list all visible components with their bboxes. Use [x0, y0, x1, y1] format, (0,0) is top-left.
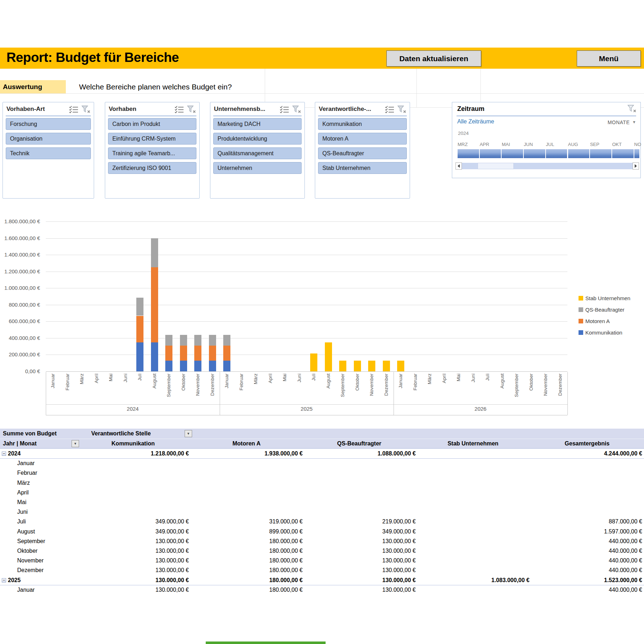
- slicer-item-produktentwicklung[interactable]: Produktentwicklung: [213, 133, 302, 145]
- pivot-row-label: November: [17, 556, 44, 565]
- multiselect-icon[interactable]: [69, 105, 79, 114]
- slicer-item-stab-unternehmen[interactable]: Stab Unternehmen: [318, 162, 407, 174]
- slicer-item-forschung[interactable]: Forschung: [6, 118, 91, 130]
- x-axis-month-label: Juli: [137, 374, 143, 404]
- pivot-row-mai: Mai: [0, 497, 644, 507]
- timeline-title: Zeitraum: [457, 105, 484, 113]
- pivot-table: Summe von Budget Verantwortliche Stelle …: [0, 429, 644, 597]
- clear-filter-icon[interactable]: [627, 104, 637, 113]
- pivot-value-cell: 219.000,00 €: [330, 517, 416, 526]
- pivot-row-label: Juli: [17, 517, 26, 526]
- timeline-selection-bar[interactable]: [458, 149, 639, 158]
- column-field-filter-dropdown[interactable]: ▼: [185, 430, 192, 437]
- chart-gridline: [46, 288, 567, 288]
- pivot-value-cell: 130.000,00 €: [103, 556, 189, 565]
- slicer-title: Unternehmensb...: [214, 106, 265, 113]
- pivot-value-cell: 899.000,00 €: [217, 527, 303, 536]
- pivot-column-header-motoren-a: Motoren A: [189, 439, 304, 449]
- timeline-month-apr: APR: [480, 142, 494, 147]
- y-axis-tick-label: 0,00 €: [0, 368, 40, 375]
- chart-gridline: [46, 338, 567, 338]
- timeline-month-sep: SEP: [590, 142, 604, 147]
- slicer-item-qs-beauftragter[interactable]: QS-Beauftragter: [318, 147, 407, 159]
- pivot-value-cell: 180.000,00 €: [217, 585, 303, 595]
- legend-swatch-qs-beauftragter: [579, 307, 583, 312]
- bar-segment-kommunikation: [151, 342, 158, 371]
- bar-segment-kommunikation: [165, 361, 172, 371]
- pivot-value-cell: 130.000,00 €: [330, 565, 416, 575]
- pivot-row-label: März: [17, 478, 30, 488]
- slicer-item-kommunikation[interactable]: Kommunikation: [318, 118, 407, 130]
- slicer-item-carbon-im-produkt[interactable]: Carbon im Produkt: [108, 118, 196, 130]
- clear-filter-icon[interactable]: [397, 105, 407, 114]
- x-axis-month-label: Dezember: [384, 374, 389, 404]
- chart-gridline: [46, 255, 567, 255]
- bar-segment-kommunikation: [223, 361, 230, 371]
- x-axis-month-label: Dezember: [557, 374, 563, 404]
- timeline-month-jun: JUN: [524, 142, 538, 147]
- left-triangle-icon: [458, 164, 460, 168]
- chart-gridline: [46, 272, 567, 272]
- slicer-item-marketing-dach[interactable]: Marketing DACH: [213, 118, 302, 130]
- timeline-selected-segment[interactable]: [524, 149, 545, 158]
- timeline-selected-segment[interactable]: [546, 149, 567, 158]
- x-axis-month-label: August: [152, 374, 157, 404]
- pivot-row-label: Oktober: [17, 546, 38, 556]
- clear-filter-icon[interactable]: [292, 105, 302, 114]
- slicer-item-technik[interactable]: Technik: [6, 147, 91, 159]
- menu-button[interactable]: Menü: [577, 50, 641, 67]
- collapse-button[interactable]: –: [2, 578, 6, 582]
- slicer-item-training-agile-teamarb[interactable]: Training agile Teamarb...: [108, 147, 196, 159]
- timeline-selected-segment[interactable]: [480, 149, 501, 158]
- slicer-item-list: Carbon im ProduktEinführung CRM-SystemTr…: [108, 118, 196, 177]
- pivot-value-cell: 130.000,00 €: [103, 565, 189, 575]
- multiselect-icon[interactable]: [174, 105, 184, 114]
- timeline-selected-segment[interactable]: [502, 149, 523, 158]
- pivot-value-cell: 1.938.000,00 €: [217, 449, 303, 458]
- pivot-row-juni: Juni: [0, 507, 644, 517]
- pivot-row-märz: März: [0, 478, 644, 488]
- chart-gridline: [46, 371, 567, 372]
- bar-segment-stab-unternehmen: [397, 361, 404, 371]
- timeline-selected-segment[interactable]: [458, 149, 479, 158]
- slicer-item-unternehmen[interactable]: Unternehmen: [213, 162, 302, 174]
- timeline-selected-segment[interactable]: [612, 149, 634, 158]
- slicer-item-organisation[interactable]: Organisation: [6, 133, 91, 145]
- scroll-left-arrow[interactable]: [455, 162, 462, 170]
- timeline-scrollbar-thumb[interactable]: [478, 163, 514, 169]
- collapse-button[interactable]: –: [2, 452, 6, 456]
- legend-label-qs-beauftragter: QS-Beauftragter: [585, 307, 624, 313]
- timeline-month-mrz: MRZ: [458, 142, 472, 147]
- clear-filter-icon[interactable]: [81, 105, 91, 114]
- slicer-item-motoren-a[interactable]: Motoren A: [318, 133, 407, 145]
- clear-filter-icon[interactable]: [186, 105, 196, 114]
- multiselect-icon[interactable]: [279, 105, 289, 114]
- timeline-selected-segment[interactable]: [568, 149, 590, 158]
- x-axis-month-label: April: [268, 374, 273, 404]
- slicer-vorhaben-art: Vorhaben-Art ForschungOrganisationTechni…: [3, 102, 94, 199]
- slicer-item-qualitätsmanagement[interactable]: Qualitätsmanagement: [213, 147, 302, 159]
- timeline-selected-segment[interactable]: [634, 149, 639, 158]
- x-axis-month-label: Mai: [282, 374, 288, 404]
- timeline-granularity-dropdown[interactable]: MONATE: [608, 119, 630, 125]
- pivot-row-2024-total: –20241.218.000,00 €1.938.000,00 €1.088.0…: [0, 449, 644, 459]
- x-axis-month-label: September: [340, 374, 346, 404]
- slicer-item-zertifizierung-iso-9001[interactable]: Zertifizierung ISO 9001: [108, 162, 196, 174]
- pivot-value-cell: 130.000,00 €: [330, 536, 416, 546]
- bar-segment-stab-unternehmen: [310, 353, 317, 371]
- pivot-value-cell: 130.000,00 €: [330, 575, 416, 585]
- slicer-vorhaben: Vorhaben Carbon im ProduktEinführung CRM…: [105, 102, 200, 199]
- scroll-right-arrow[interactable]: [633, 162, 639, 170]
- bar-segment-qs-beauftragter: [194, 335, 201, 346]
- timeline-selected-segment[interactable]: [590, 149, 611, 158]
- bar-segment-motoren-a: [223, 346, 230, 361]
- pivot-row-2025-total: –2025130.000,00 €180.000,00 €130.000,00 …: [0, 575, 644, 585]
- refresh-data-button[interactable]: Daten aktualisieren: [386, 50, 481, 67]
- pivot-column-header-gesamtergebnis: Gesamtergebnis: [530, 439, 644, 449]
- slicer-item-einführung-crm-system[interactable]: Einführung CRM-System: [108, 133, 196, 145]
- pivot-value-cell: 180.000,00 €: [217, 556, 303, 565]
- multiselect-icon[interactable]: [385, 105, 395, 114]
- timeline-range-label: Alle Zeiträume: [457, 118, 494, 125]
- chevron-down-icon[interactable]: ▼: [632, 120, 636, 124]
- pivot-row-label: April: [17, 488, 29, 497]
